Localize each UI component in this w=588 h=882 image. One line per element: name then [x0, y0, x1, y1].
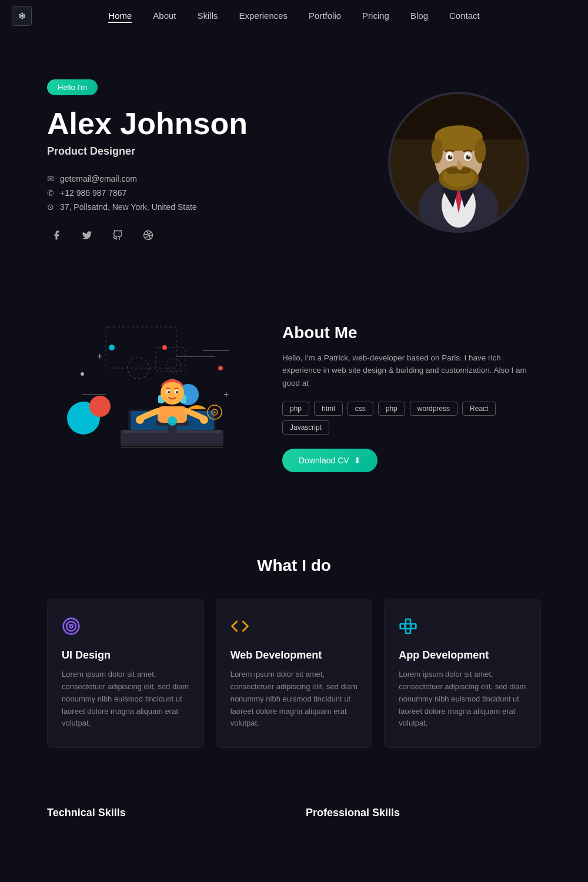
- svg-point-22: [450, 155, 452, 157]
- skill-tag: Javascript: [282, 420, 329, 435]
- svg-point-65: [66, 622, 76, 631]
- hero-contact-list: ✉ getemail@email.com ✆ +12 986 987 7867 …: [47, 174, 376, 212]
- service-card: UI DesignLorem ipsum dolor sit amet, con…: [47, 599, 204, 748]
- contact-address: ⊙ 37, Pollsatnd, New York, United State: [47, 202, 376, 212]
- svg-rect-48: [168, 426, 177, 440]
- service-icon: [399, 617, 526, 640]
- service-card: Web DevelopmentLorem ipsum dolor sit ame…: [216, 599, 373, 748]
- service-icon: [230, 617, 358, 640]
- svg-text:+: +: [97, 351, 102, 361]
- svg-point-23: [468, 155, 470, 157]
- svg-point-52: [161, 381, 184, 405]
- about-illustration: + +: [47, 315, 247, 480]
- nav-item-skills[interactable]: Skills: [198, 11, 218, 21]
- contact-email: ✉ getemail@email.com: [47, 174, 376, 183]
- download-label: Downlaod CV: [299, 456, 349, 465]
- hero-section: Hello I'm Alex Johnson Product Designer …: [0, 32, 588, 280]
- skill-tag: React: [462, 402, 496, 416]
- svg-point-59: [168, 416, 177, 426]
- svg-point-33: [162, 345, 167, 350]
- hero-name: Alex Johnson: [47, 107, 376, 141]
- svg-point-34: [218, 366, 223, 370]
- developer-illustration: + +: [47, 315, 247, 480]
- service-description: Lorem ipsum dolor sit amet, consectetuer…: [399, 669, 526, 730]
- twitter-icon: [82, 230, 92, 240]
- hero-content: Hello I'm Alex Johnson Product Designer …: [47, 79, 376, 245]
- location-icon: ⊙: [47, 202, 54, 212]
- nav-item-blog[interactable]: Blog: [410, 11, 428, 21]
- skills-teaser: Technical Skills Professional Skills: [0, 783, 588, 848]
- skill-tag: php: [378, 402, 405, 416]
- services-grid: UI DesignLorem ipsum dolor sit amet, con…: [47, 599, 541, 748]
- hello-badge: Hello I'm: [47, 79, 98, 95]
- social-links: [47, 226, 376, 245]
- hero-title: Product Designer: [47, 145, 376, 158]
- facebook-link[interactable]: [47, 226, 66, 245]
- service-title: UI Design: [62, 649, 189, 662]
- nav-item-home[interactable]: Home: [108, 11, 132, 21]
- download-cv-button[interactable]: Downlaod CV ⬇: [282, 449, 377, 472]
- svg-rect-25: [156, 348, 185, 371]
- skill-tag: css: [348, 402, 373, 416]
- about-description: Hello, I'm a Patrick, web-developer base…: [282, 352, 541, 390]
- svg-point-55: [168, 391, 170, 393]
- svg-point-35: [81, 372, 84, 376]
- about-section: + +: [0, 280, 588, 515]
- svg-point-66: [69, 625, 72, 628]
- avatar-circle: [388, 92, 529, 233]
- skill-tag: php: [282, 402, 309, 416]
- nav-item-portfolio[interactable]: Portfolio: [309, 11, 341, 21]
- svg-text:+: +: [223, 389, 229, 399]
- hero-avatar: [376, 92, 541, 233]
- svg-point-12: [432, 138, 443, 163]
- download-icon: ⬇: [354, 456, 361, 465]
- dribbble-icon: [143, 230, 153, 240]
- technical-skills-col: Technical Skills: [47, 807, 282, 831]
- nav-item-contact[interactable]: Contact: [449, 11, 480, 21]
- what-section: What I do UI DesignLorem ipsum dolor sit…: [0, 515, 588, 783]
- nav-item-pricing[interactable]: Pricing: [362, 11, 389, 21]
- professional-skills-heading: Professional Skills: [306, 807, 541, 819]
- service-icon: [62, 617, 189, 640]
- email-icon: ✉: [47, 174, 54, 183]
- about-heading: About Me: [282, 323, 541, 342]
- about-content: About Me Hello, I'm a Patrick, web-devel…: [282, 323, 541, 472]
- what-heading: What I do: [47, 556, 541, 575]
- navbar: ❄ HomeAboutSkillsExperiencesPortfolioPri…: [0, 0, 588, 32]
- nav-item-about[interactable]: About: [153, 11, 176, 21]
- service-title: Web Development: [230, 649, 358, 662]
- facebook-icon: [51, 230, 62, 240]
- github-link[interactable]: [108, 226, 127, 245]
- svg-point-32: [109, 345, 115, 350]
- logo-icon[interactable]: ❄: [12, 6, 32, 26]
- skills-tags: phphtmlcssphpwordpressReactJavascript: [282, 402, 541, 435]
- svg-point-27: [166, 358, 181, 372]
- nav-menu: HomeAboutSkillsExperiencesPortfolioPrici…: [108, 11, 479, 21]
- svg-point-58: [200, 416, 208, 424]
- service-description: Lorem ipsum dolor sit amet, consectetuer…: [230, 669, 358, 730]
- avatar-image: [390, 92, 527, 233]
- dribbble-link[interactable]: [139, 226, 158, 245]
- svg-point-13: [475, 138, 486, 163]
- phone-icon: ✆: [47, 188, 54, 198]
- professional-skills-col: Professional Skills: [306, 807, 541, 831]
- twitter-link[interactable]: [78, 226, 96, 245]
- skill-tag: wordpress: [410, 402, 457, 416]
- technical-skills-heading: Technical Skills: [47, 807, 282, 819]
- service-description: Lorem ipsum dolor sit amet, consectetuer…: [62, 669, 189, 730]
- skill-tag: html: [314, 402, 343, 416]
- nav-item-experiences[interactable]: Experiences: [239, 11, 288, 21]
- svg-point-56: [176, 391, 178, 393]
- svg-point-57: [136, 416, 144, 424]
- svg-point-62: [214, 412, 216, 413]
- service-title: App Development: [399, 649, 526, 662]
- contact-phone: ✆ +12 986 987 7867: [47, 188, 376, 198]
- github-icon: [112, 230, 123, 240]
- service-card: App DevelopmentLorem ipsum dolor sit ame…: [384, 599, 541, 748]
- svg-point-29: [89, 396, 111, 417]
